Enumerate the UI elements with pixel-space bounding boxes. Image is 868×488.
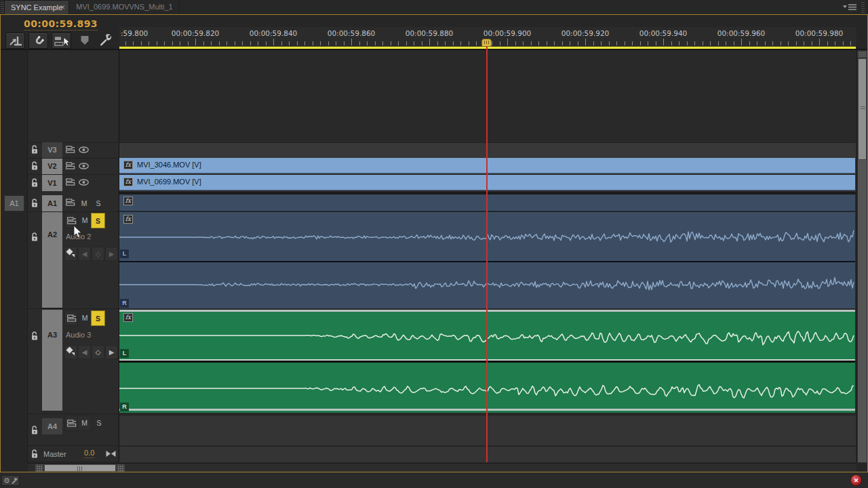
lock-icon[interactable] (31, 449, 39, 459)
track-badge-a2[interactable]: A2 (42, 230, 62, 239)
ruler-tick (250, 41, 251, 45)
header-track-divider[interactable] (119, 50, 119, 463)
ruler-tick (585, 39, 586, 45)
add-keyframe-button[interactable] (64, 247, 77, 261)
linked-selection-button[interactable] (52, 33, 71, 49)
eye-icon[interactable] (79, 146, 89, 153)
track-badge-v3[interactable]: V3 (42, 142, 62, 158)
master-gain-value[interactable]: 0.0 (84, 449, 94, 458)
ruler-tick (507, 39, 508, 45)
lock-icon[interactable] (31, 199, 39, 208)
ruler-tick (211, 41, 212, 45)
lock-icon[interactable] (31, 145, 39, 155)
keyframe-toggle-button[interactable]: ◇ (92, 345, 104, 359)
panel-border-top (0, 14, 868, 15)
lock-icon[interactable] (31, 178, 39, 188)
prev-keyframe-button[interactable]: ◀ (78, 247, 91, 261)
solo-button-a1[interactable]: S (92, 195, 105, 211)
nest-sequences-button[interactable] (5, 33, 25, 49)
solo-button-a4[interactable]: S (92, 415, 106, 431)
add-keyframe-button[interactable] (64, 345, 77, 359)
panel-border-left (0, 14, 1, 472)
track-badge-a3[interactable]: A3 (42, 331, 62, 339)
playhead-line[interactable] (486, 47, 488, 462)
lock-icon[interactable] (31, 331, 39, 341)
channel-right-badge: R (120, 403, 129, 411)
eye-icon[interactable] (79, 179, 89, 186)
ruler-tick (531, 41, 532, 45)
mute-button-a4[interactable]: M (77, 415, 92, 431)
track-settings-icon[interactable] (66, 199, 75, 207)
track-badge-v1[interactable]: V1 (42, 175, 62, 191)
timeline-settings-wrench-icon[interactable] (99, 33, 113, 47)
status-tools[interactable]: ⚙ (1, 475, 20, 486)
track-settings-icon[interactable] (66, 146, 75, 154)
ruler-tick (538, 41, 539, 45)
lock-icon[interactable] (31, 232, 39, 242)
track-row-a4 (119, 415, 856, 445)
ruler-tick (812, 41, 812, 45)
solo-button-a2[interactable]: S (91, 213, 105, 228)
row-sep (28, 462, 119, 462)
master-meter-icon[interactable] (105, 450, 117, 458)
tab-mvi-0699-multi[interactable]: MVI_0699.MOVVNS_Multi_1 (70, 0, 180, 15)
playhead-handle[interactable] (481, 39, 492, 47)
scrollbar-cap-left[interactable] (35, 464, 43, 472)
panel-border-bottom (0, 472, 868, 472)
ruler-tick (703, 41, 703, 45)
ruler-tick (391, 41, 391, 45)
current-timecode[interactable]: 00:00:59.893 (24, 18, 98, 30)
track-badge-a1[interactable]: A1 (42, 195, 62, 211)
scrollbar-cap-right[interactable] (117, 464, 125, 472)
track-settings-icon[interactable] (66, 162, 75, 170)
vertical-scrollbar[interactable] (856, 50, 867, 463)
scrollbar-thumb[interactable] (44, 464, 116, 472)
track-badge-a4[interactable]: A4 (42, 418, 62, 434)
ruler-label: 00:00:59.920 (561, 29, 610, 37)
prev-keyframe-button[interactable]: ◀ (78, 345, 91, 359)
ruler-tick (157, 41, 157, 45)
ruler-tick (616, 41, 617, 45)
ruler-tick (781, 41, 781, 45)
error-indicator-button[interactable]: ✕ (850, 474, 862, 486)
tab-sync-example[interactable]: SYNC Example × (4, 0, 69, 15)
mute-button-a3[interactable]: M (78, 310, 92, 326)
ruler-tick (663, 39, 664, 45)
scrollbar-cap[interactable] (858, 51, 867, 58)
keyframe-toggle-button[interactable]: ◇ (92, 247, 104, 261)
next-keyframe-button[interactable]: ▶ (105, 247, 118, 261)
source-patch-a1[interactable]: A1 (4, 195, 24, 211)
panel-menu-icon[interactable] (842, 3, 857, 12)
close-tab-icon[interactable]: × (60, 1, 65, 15)
panel-tab-bar: SYNC Example × MVI_0699.MOVVNS_Multi_1 (0, 0, 868, 15)
horizontal-scrollbar[interactable] (28, 463, 856, 472)
ruler-tick (125, 41, 126, 45)
track-settings-icon[interactable] (64, 415, 78, 431)
ruler-tick (578, 41, 578, 45)
lock-icon[interactable] (31, 426, 39, 435)
mute-button-a1[interactable]: M (77, 195, 91, 211)
track-name-a3[interactable]: Audio 3 (66, 331, 91, 339)
solo-button-a3[interactable]: S (91, 310, 105, 326)
next-keyframe-button[interactable]: ▶ (105, 345, 118, 359)
track-settings-icon[interactable] (64, 310, 78, 326)
track-badge-v2[interactable]: V2 (42, 159, 62, 174)
row-sep (28, 308, 119, 309)
scrollbar-thumb[interactable] (858, 58, 867, 160)
lock-icon[interactable] (31, 161, 39, 171)
ruler-tick (375, 41, 376, 45)
hammer-icon[interactable] (10, 476, 19, 485)
tab-label: SYNC Example (11, 3, 62, 12)
ruler-tick (149, 41, 149, 45)
snap-button[interactable] (28, 33, 48, 49)
add-marker-icon[interactable] (80, 35, 90, 45)
track-settings-icon[interactable] (66, 178, 75, 186)
ruler-tick (336, 41, 336, 45)
eye-icon[interactable] (79, 163, 89, 169)
gear-icon[interactable]: ⚙ (3, 476, 10, 485)
ruler-tick (320, 41, 321, 45)
ruler-tick (453, 41, 454, 45)
ruler-tick (266, 41, 267, 45)
master-track-label[interactable]: Master (43, 450, 66, 458)
ruler-tick (289, 41, 290, 45)
